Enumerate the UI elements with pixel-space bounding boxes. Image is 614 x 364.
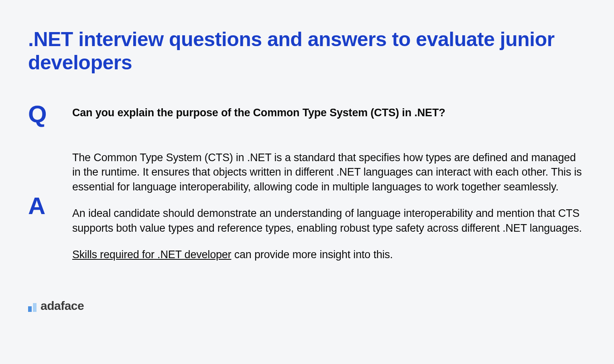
- answer-paragraph-1: The Common Type System (CTS) in .NET is …: [72, 150, 586, 194]
- answer-row: A The Common Type System (CTS) in .NET i…: [28, 150, 586, 262]
- page-title: .NET interview questions and answers to …: [28, 28, 586, 74]
- answer-link-line: Skills required for .NET developer can p…: [72, 247, 586, 262]
- logo-bar-1: [28, 306, 32, 312]
- logo-bar-2: [33, 303, 37, 312]
- answer-paragraph-2: An ideal candidate should demonstrate an…: [72, 206, 586, 235]
- question-marker: Q: [28, 102, 72, 126]
- logo-bars-icon: [28, 303, 37, 312]
- brand-logo: adaface: [28, 300, 84, 312]
- answer-content: The Common Type System (CTS) in .NET is …: [72, 150, 586, 262]
- answer-marker: A: [28, 194, 72, 218]
- question-row: Q Can you explain the purpose of the Com…: [28, 102, 586, 126]
- skills-link[interactable]: Skills required for .NET developer: [72, 249, 231, 261]
- link-suffix: can provide more insight into this.: [231, 249, 393, 261]
- brand-name: adaface: [41, 300, 84, 312]
- question-text: Can you explain the purpose of the Commo…: [72, 102, 586, 120]
